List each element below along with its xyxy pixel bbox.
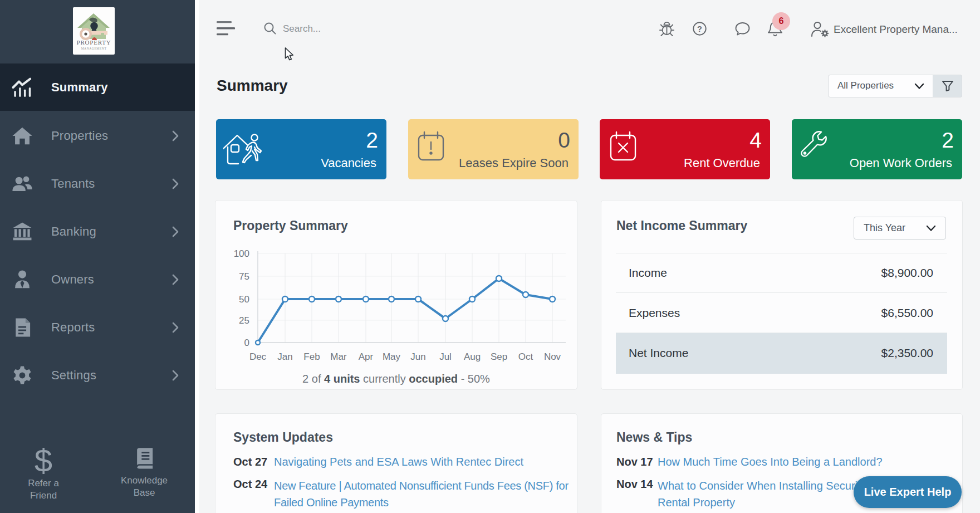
svg-text:Aug: Aug xyxy=(464,351,481,362)
svg-text:Mar: Mar xyxy=(330,351,347,362)
svg-text:?: ? xyxy=(697,25,702,33)
svg-text:Feb: Feb xyxy=(303,351,320,362)
svg-text:50: 50 xyxy=(239,294,249,305)
svg-text:Sep: Sep xyxy=(491,351,507,362)
svg-text:100: 100 xyxy=(234,248,249,259)
svg-text:Oct: Oct xyxy=(518,351,533,362)
svg-text:May: May xyxy=(383,351,401,362)
svg-text:Jan: Jan xyxy=(277,351,292,362)
svg-text:75: 75 xyxy=(239,271,249,282)
svg-text:Apr: Apr xyxy=(359,351,374,362)
svg-text:Dec: Dec xyxy=(249,351,267,362)
svg-text:25: 25 xyxy=(239,315,249,326)
svg-text:Jul: Jul xyxy=(439,351,452,362)
svg-text:Jun: Jun xyxy=(410,351,425,362)
svg-text:0: 0 xyxy=(244,338,249,348)
svg-text:MANAGEMENT: MANAGEMENT xyxy=(81,47,107,50)
svg-text:Nov: Nov xyxy=(544,351,561,362)
svg-text:PROPERTY: PROPERTY xyxy=(77,39,111,46)
